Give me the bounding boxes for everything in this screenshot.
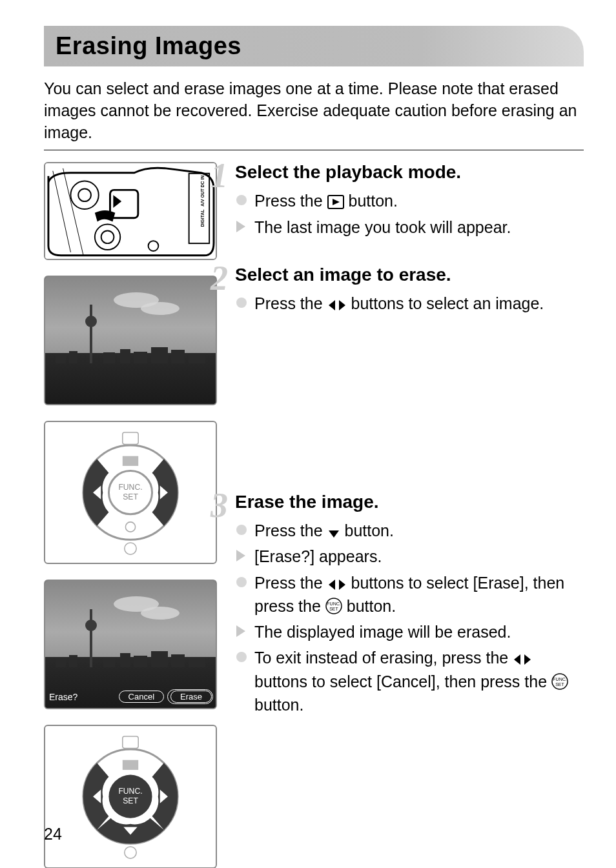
text: To exit instead of erasing, press the — [254, 649, 513, 667]
instruction-item: To exit instead of erasing, press the bu… — [235, 646, 584, 716]
svg-text:DIGITAL: DIGITAL — [200, 210, 205, 227]
svg-point-41 — [326, 598, 342, 614]
page-title: Erasing Images — [56, 32, 572, 60]
instruction-item: Press the button. — [235, 519, 584, 542]
svg-text:FUNC.: FUNC. — [118, 787, 142, 796]
playback-icon — [327, 195, 344, 209]
svg-marker-39 — [329, 580, 335, 590]
svg-marker-36 — [329, 300, 335, 310]
svg-rect-31 — [123, 736, 138, 748]
svg-marker-45 — [524, 654, 531, 665]
svg-text:SET: SET — [555, 682, 564, 687]
step-number: 1 — [210, 156, 228, 196]
svg-text:SET: SET — [123, 796, 138, 805]
svg-text:A/V OUT: A/V OUT — [200, 188, 205, 207]
text: button. — [254, 696, 303, 714]
svg-point-46 — [552, 674, 568, 689]
left-right-arrows-icon — [327, 578, 347, 591]
text: [Erase?] appears. — [254, 547, 382, 565]
illustration-lcd-erase-prompt: Erase? Cancel Erase — [44, 580, 217, 709]
step-2: 2 Select an image to erase. Press the bu… — [235, 265, 584, 315]
svg-rect-20 — [123, 432, 138, 444]
lcd-erase-prompt-text: Erase? — [49, 692, 77, 702]
down-arrow-icon — [327, 529, 340, 539]
instruction-item: Press the buttons to select [Erase], the… — [235, 571, 584, 618]
svg-marker-40 — [339, 580, 345, 590]
text: The displayed image will be erased. — [254, 623, 511, 641]
text: button. — [342, 597, 396, 615]
step-number: 2 — [210, 258, 228, 298]
text: button. — [344, 192, 398, 210]
illustration-camera-back: DC IN A/V OUT DIGITAL — [44, 162, 217, 260]
svg-text:SET: SET — [329, 607, 338, 611]
text: button. — [340, 521, 394, 540]
svg-marker-38 — [329, 530, 339, 538]
svg-text:FUNC.: FUNC. — [327, 601, 340, 606]
lcd-erase-option: Erase — [170, 691, 212, 703]
illustration-control-dial-full: FUNC. SET — [44, 725, 217, 868]
svg-text:FUNC.: FUNC. — [118, 483, 142, 492]
svg-rect-0 — [45, 163, 216, 259]
svg-marker-35 — [333, 199, 340, 205]
step-number: 3 — [210, 485, 228, 525]
func-set-icon: FUNC.SET — [325, 598, 342, 614]
step-1: 1 Select the playback mode. Press the bu… — [235, 162, 584, 239]
text: Press the — [254, 521, 327, 540]
text: Press the — [254, 574, 327, 592]
text: buttons to select an image. — [347, 294, 544, 312]
step-heading: Select the playback mode. — [235, 162, 584, 183]
text: buttons to select [Cancel], then press t… — [254, 672, 551, 691]
text: Press the — [254, 192, 327, 210]
svg-rect-32 — [123, 760, 138, 770]
left-right-arrows-icon — [513, 653, 532, 666]
intro-text: You can select and erase images one at a… — [44, 78, 584, 143]
step-3: 3 Erase the image. Press the button. [Er… — [235, 492, 584, 716]
svg-text:DC IN: DC IN — [200, 176, 205, 188]
instruction-item: Press the buttons to select an image. — [235, 292, 584, 315]
svg-point-22 — [125, 543, 136, 554]
left-right-arrows-icon — [327, 299, 347, 312]
instruction-item: Press the button. — [235, 189, 584, 212]
svg-point-23 — [125, 522, 135, 532]
step-heading: Erase the image. — [235, 492, 584, 512]
svg-text:SET: SET — [123, 492, 138, 501]
step-heading: Select an image to erase. — [235, 265, 584, 285]
dpad-leftright-icon: FUNC. SET — [52, 429, 209, 556]
instruction-result: The displayed image will be erased. — [235, 620, 584, 643]
illustration-lcd-image — [44, 276, 217, 405]
dpad-full-icon: FUNC. SET — [52, 732, 209, 860]
svg-point-33 — [125, 847, 136, 858]
svg-marker-37 — [339, 300, 345, 310]
instruction-result: [Erase?] appears. — [235, 545, 584, 568]
camera-back-icon: DC IN A/V OUT DIGITAL — [45, 163, 216, 259]
page-number: 24 — [44, 825, 62, 843]
func-set-icon: FUNC.SET — [551, 673, 568, 690]
lcd-cancel-option: Cancel — [119, 691, 164, 703]
page-title-bar: Erasing Images — [44, 26, 584, 66]
svg-rect-21 — [123, 456, 138, 466]
text: Press the — [254, 294, 327, 312]
svg-text:FUNC.: FUNC. — [553, 677, 566, 681]
illustration-control-dial-lr: FUNC. SET — [44, 421, 217, 564]
instruction-result: The last image you took will appear. — [235, 216, 584, 239]
text: The last image you took will appear. — [254, 218, 511, 236]
svg-marker-44 — [514, 654, 520, 665]
separator — [44, 150, 584, 150]
